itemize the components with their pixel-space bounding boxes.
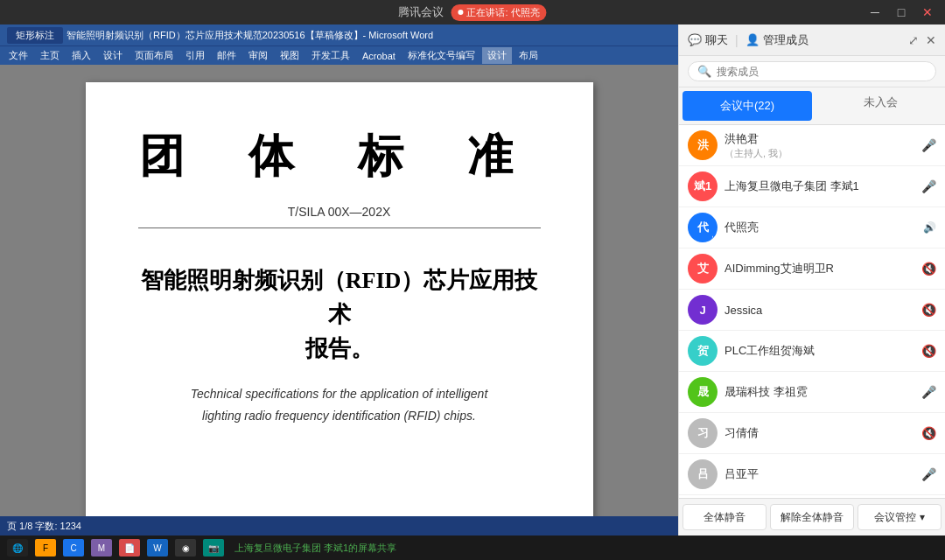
member-icons: 🎤	[921, 467, 936, 481]
right-panel: 💬 聊天 | 👤 管理成员 ⤢ ✕ 🔍 会议中(22)	[678, 24, 945, 536]
word-title-bar: 矩形标注 智能照明射频识别（RFID）芯片应用技术规范20230516【草稿修改…	[0, 24, 678, 46]
member-item[interactable]: 斌1上海复旦微电子集团 李斌1🎤	[679, 166, 945, 207]
member-name: Jessica	[724, 304, 914, 317]
maximize-button[interactable]: □	[892, 5, 910, 19]
member-info: 晟瑞科技 李祖霓	[724, 384, 914, 400]
mic-icon: 🔇	[921, 303, 936, 317]
panel-header-icons: ⤢ ✕	[908, 33, 936, 47]
mic-icon: 🎤	[921, 138, 936, 152]
menu-format[interactable]: 布局	[514, 47, 543, 64]
word-page-info: 页 1/8 字数: 1234	[7, 520, 81, 533]
menu-layout[interactable]: 页面布局	[130, 47, 178, 64]
avatar-text: 斌1	[694, 178, 711, 194]
mic-icon: 🔇	[921, 426, 936, 440]
member-info: 上海复旦微电子集团 李斌1	[724, 178, 914, 194]
tab-manage-members[interactable]: 👤 管理成员	[746, 32, 808, 48]
member-item[interactable]: 代♪代照亮🔊	[679, 207, 945, 248]
avatar: 吕	[688, 459, 718, 489]
avatar-text: 贺	[697, 343, 709, 359]
member-icons: 🔇	[921, 303, 936, 317]
minimize-button[interactable]: ─	[866, 5, 884, 19]
avatar: 习	[688, 418, 718, 448]
avatar-text: 吕	[697, 466, 709, 482]
menu-view[interactable]: 视图	[275, 47, 304, 64]
menu-developer[interactable]: 开发工具	[306, 47, 355, 64]
avatar-text: 艾	[697, 261, 709, 276]
word-menu-bar: 文件 主页 插入 设计 页面布局 引用 邮件 审阅 视图 开发工具 Acroba…	[0, 46, 678, 65]
member-item[interactable]: 贺PLC工作组贺海斌🔇	[679, 331, 945, 372]
taskbar-icon-7[interactable]: ◉	[175, 539, 196, 556]
main-area: 矩形标注 智能照明射频识别（RFID）芯片应用技术规范20230516【草稿修改…	[0, 24, 945, 536]
member-info: Jessica	[724, 304, 914, 317]
panel-close-icon[interactable]: ✕	[926, 33, 936, 47]
doc-subtitle: 智能照明射频识别（RFID）芯片应用技术报告。	[138, 263, 541, 366]
menu-design2[interactable]: 设计	[482, 47, 512, 64]
taskbar-icon-5[interactable]: 📄	[119, 539, 140, 556]
mute-all-button[interactable]: 全体静音	[682, 504, 766, 530]
member-role: （主持人, 我）	[724, 147, 914, 160]
avatar: 贺	[688, 336, 718, 366]
expand-icon[interactable]: ⤢	[908, 33, 919, 47]
member-info: AIDimming艾迪明卫R	[724, 261, 914, 276]
menu-acrobat[interactable]: Acrobat	[357, 49, 401, 63]
mic-icon: 🎤	[921, 179, 936, 193]
menu-mail[interactable]: 邮件	[212, 47, 242, 64]
menu-file[interactable]: 文件	[4, 47, 33, 64]
member-info: 代照亮	[724, 220, 916, 235]
member-item[interactable]: 晟晟瑞科技 李祖霓🎤	[679, 372, 945, 413]
member-list: 洪洪艳君（主持人, 我）🎤斌1上海复旦微电子集团 李斌1🎤代♪代照亮🔊艾AIDi…	[679, 125, 945, 498]
meeting-control-button[interactable]: 会议管控 ▾	[858, 504, 942, 530]
close-button[interactable]: ✕	[919, 5, 936, 19]
avatar-text: 代	[697, 220, 709, 235]
member-info: 习倩倩	[724, 425, 914, 441]
menu-home[interactable]: 主页	[35, 47, 65, 64]
page-paper: 团 体 标 准 T/SILA 00X—202X 智能照明射频识别（RFID）芯片…	[86, 82, 593, 516]
taskbar-icon-8[interactable]: 📷	[203, 539, 224, 556]
menu-design[interactable]: 设计	[98, 47, 128, 64]
mic-icon: 🔇	[921, 344, 936, 358]
member-icons: 🎤	[921, 385, 936, 399]
avatar: J	[688, 295, 718, 325]
bottom-toolbar: 🌐 F C M 📄 W ◉ 📷 上海复旦微电子集团 李斌1的屏幕共享	[0, 536, 945, 560]
doc-standard-num: T/SILA 00X—202X	[138, 205, 541, 228]
top-bar: 腾讯会议 正在讲话: 代照亮 ─ □ ✕	[0, 0, 945, 24]
menu-standard[interactable]: 标准化文号编写	[402, 47, 480, 64]
member-icons: 🎤	[921, 179, 936, 193]
mic-icon: 🔇	[921, 262, 936, 276]
tab-in-meeting[interactable]: 会议中(22)	[682, 91, 812, 121]
member-name: 晟瑞科技 李祖霓	[724, 384, 914, 400]
member-icons: 🔊	[923, 221, 936, 234]
avatar: 代♪	[688, 213, 718, 242]
window-controls: ─ □ ✕	[866, 5, 936, 19]
doc-big-title: 团 体 标 准	[138, 126, 541, 187]
member-name: 习倩倩	[724, 425, 914, 441]
taskbar-icon-4[interactable]: M	[91, 539, 112, 556]
menu-review[interactable]: 审阅	[243, 47, 273, 64]
taskbar-icon-6[interactable]: W	[147, 539, 168, 556]
avatar-text: J	[699, 304, 705, 317]
tab-divider: |	[735, 33, 738, 47]
taskbar-icon-1[interactable]: 🌐	[7, 539, 28, 556]
tab-chat[interactable]: 💬 聊天	[688, 32, 728, 48]
document-area: 矩形标注 智能照明射频识别（RFID）芯片应用技术规范20230516【草稿修改…	[0, 24, 678, 536]
menu-insert[interactable]: 插入	[66, 47, 96, 64]
tab-not-joined[interactable]: 未入会	[816, 88, 945, 117]
word-title: 智能照明射频识别（RFID）芯片应用技术规范20230516【草稿修改】- Mi…	[66, 29, 433, 42]
avatar: 晟	[688, 377, 718, 407]
menu-references[interactable]: 引用	[180, 47, 210, 64]
member-item[interactable]: 洪洪艳君（主持人, 我）🎤	[679, 125, 945, 166]
member-item[interactable]: JJessica🔇	[679, 290, 945, 331]
unmute-all-button[interactable]: 解除全体静音	[770, 504, 854, 530]
speaking-badge: 正在讲话: 代照亮	[451, 4, 546, 21]
meeting-tabs: 会议中(22) 未入会	[679, 88, 945, 125]
member-item[interactable]: 习习倩倩🔇	[679, 413, 945, 454]
member-item[interactable]: 艾AIDimming艾迪明卫R🔇	[679, 248, 945, 290]
screen-share-label: 上海复旦微电子集团 李斌1的屏幕共享	[234, 542, 396, 555]
member-item[interactable]: 吕吕亚平🎤	[679, 454, 945, 495]
taskbar-icon-2[interactable]: F	[35, 539, 56, 556]
person-icon: 👤	[746, 33, 760, 46]
search-input-wrap: 🔍	[688, 61, 936, 81]
taskbar-icon-3[interactable]: C	[63, 539, 84, 556]
mic-icon: 🎤	[921, 467, 936, 481]
search-input[interactable]	[717, 66, 927, 78]
